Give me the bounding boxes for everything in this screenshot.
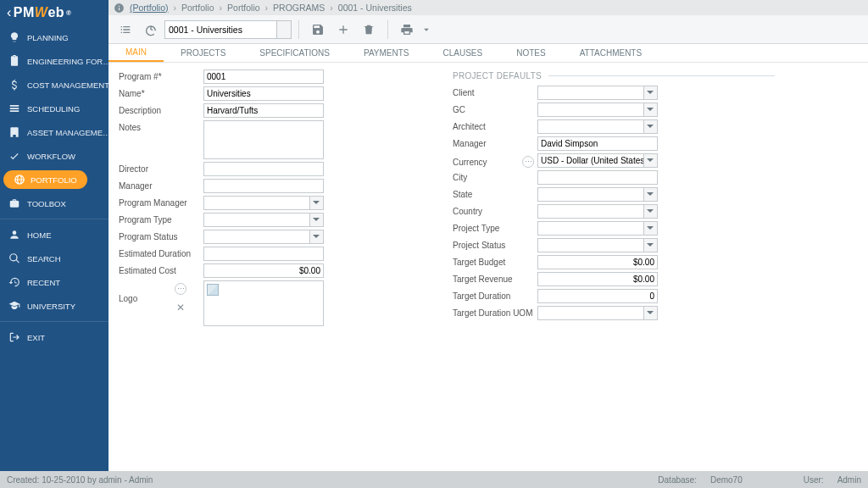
tab-notes[interactable]: NOTES — [499, 44, 562, 62]
name-input[interactable] — [203, 86, 324, 101]
tab-projects[interactable]: PROJECTS — [164, 44, 242, 62]
breadcrumb-part: Portfolio — [181, 3, 214, 13]
logo-remove-button[interactable]: ✕ — [175, 302, 186, 313]
record-selector[interactable]: 0001 - Universities — [164, 20, 292, 39]
user-label: User: — [804, 475, 824, 485]
target-duration-input[interactable] — [537, 289, 658, 303]
form-content: Program #* Name* Description Notes Direc… — [108, 63, 868, 471]
estimated-duration-input[interactable] — [203, 247, 324, 261]
program-no-label: Program #* — [119, 69, 200, 81]
director-input[interactable] — [203, 162, 324, 176]
sidebar-item-toolbox[interactable]: Toolbox — [0, 191, 108, 215]
tab-payments[interactable]: PAYMENTS — [347, 44, 426, 62]
sidebar-item-label: Home — [27, 230, 52, 240]
sidebar-item-label: Asset Manageme… — [27, 128, 108, 137]
state-select[interactable] — [537, 187, 658, 202]
record-selector-value: 0001 - Universities — [169, 25, 242, 35]
database-value: Demo70 — [710, 475, 743, 485]
target-duration-label: Target Duration — [453, 289, 534, 301]
broken-image-icon — [207, 284, 219, 296]
logo-options-button[interactable]: ⋯ — [175, 283, 186, 295]
target-revenue-input[interactable] — [537, 272, 658, 286]
app-logo: ‹ PMWeb® — [0, 0, 108, 25]
sidebar-item-exit[interactable]: Exit — [0, 325, 108, 349]
gc-select[interactable] — [537, 103, 658, 117]
print-dropdown[interactable] — [420, 18, 432, 42]
program-manager-select[interactable] — [203, 196, 324, 210]
briefcase-icon — [8, 197, 20, 209]
program-type-select[interactable] — [203, 213, 324, 227]
breadcrumb: (Portfolio) ›Portfolio ›Portfolio ›PROGR… — [108, 0, 868, 15]
sidebar-item-label: Portfolio — [31, 175, 77, 185]
logo-preview[interactable] — [203, 280, 324, 326]
description-input[interactable] — [203, 103, 324, 118]
target-duration-uom-select[interactable] — [537, 306, 658, 320]
sidebar-item-label: Exit — [27, 333, 45, 342]
print-button[interactable] — [395, 18, 419, 42]
sidebar-item-scheduling[interactable]: Scheduling — [0, 97, 108, 120]
sidebar-item-label: Toolbox — [27, 199, 66, 208]
main-panel: (Portfolio) ›Portfolio ›Portfolio ›PROGR… — [108, 0, 868, 471]
undo-button[interactable] — [139, 18, 163, 42]
architect-label: Architect — [453, 119, 534, 131]
sidebar-item-portfolio[interactable]: Portfolio — [0, 168, 108, 191]
sidebar-item-engineering[interactable]: Engineering For… — [0, 49, 108, 73]
sidebar-item-university[interactable]: University — [0, 294, 108, 318]
estimated-duration-label: Estimated Duration — [119, 247, 200, 258]
client-select[interactable] — [537, 86, 658, 100]
name-label: Name* — [119, 86, 200, 98]
database-label: Database: — [658, 475, 697, 485]
notes-textarea[interactable] — [203, 120, 324, 159]
list-button[interactable] — [114, 18, 137, 42]
right-manager-input[interactable] — [537, 136, 658, 151]
director-label: Director — [119, 162, 200, 174]
building-icon — [8, 126, 20, 138]
nav-primary: Planning Engineering For… Cost Managemen… — [0, 25, 108, 349]
project-type-select[interactable] — [537, 221, 658, 236]
breadcrumb-root[interactable]: (Portfolio) — [130, 3, 169, 13]
tab-specifications[interactable]: SPECIFICATIONS — [242, 44, 347, 62]
delete-button[interactable] — [357, 18, 381, 42]
save-button[interactable] — [306, 18, 330, 42]
tab-clauses[interactable]: CLAUSES — [426, 44, 499, 62]
currency-options-button[interactable]: ⋯ — [522, 156, 534, 168]
country-select[interactable] — [537, 204, 658, 219]
toolbar: 0001 - Universities — [108, 15, 868, 44]
save-icon — [311, 23, 325, 36]
sidebar-item-label: Search — [27, 254, 61, 263]
target-budget-input[interactable] — [537, 255, 658, 269]
sidebar-item-label: Recent — [27, 278, 60, 287]
sidebar-item-recent[interactable]: Recent — [0, 270, 108, 294]
search-icon — [8, 252, 20, 264]
sidebar-item-label: Planning — [27, 33, 69, 42]
state-label: State — [453, 187, 534, 199]
gc-label: GC — [453, 103, 534, 114]
sidebar-item-cost[interactable]: Cost Management — [0, 73, 108, 97]
program-status-select[interactable] — [203, 230, 324, 244]
sidebar-item-asset[interactable]: Asset Manageme… — [0, 120, 108, 144]
target-budget-label: Target Budget — [453, 255, 534, 267]
sidebar-item-workflow[interactable]: Workflow — [0, 144, 108, 168]
tab-main[interactable]: MAIN — [108, 44, 164, 62]
info-icon[interactable] — [114, 3, 125, 14]
clipboard-icon — [8, 55, 20, 67]
sidebar-item-planning[interactable]: Planning — [0, 25, 108, 49]
project-status-select[interactable] — [537, 238, 658, 252]
city-input[interactable] — [537, 170, 658, 185]
sidebar-item-home[interactable]: Home — [0, 223, 108, 247]
add-button[interactable] — [331, 18, 355, 42]
estimated-cost-input[interactable] — [203, 263, 324, 278]
target-revenue-label: Target Revenue — [453, 272, 534, 284]
list-icon — [119, 23, 132, 36]
sidebar-item-search[interactable]: Search — [0, 247, 108, 270]
breadcrumb-part: Portfolio — [227, 3, 260, 13]
program-no-input[interactable] — [203, 69, 324, 84]
description-label: Description — [119, 103, 200, 115]
architect-select[interactable] — [537, 119, 658, 134]
left-manager-input[interactable] — [203, 179, 324, 193]
currency-select[interactable]: USD - Dollar (United States of Ameri — [537, 153, 658, 168]
tab-attachments[interactable]: ATTACHMENTS — [563, 44, 659, 62]
user-icon — [8, 229, 20, 241]
logo-label: Logo ⋯ ✕ — [119, 280, 200, 313]
sidebar-item-label: Workflow — [27, 152, 75, 161]
